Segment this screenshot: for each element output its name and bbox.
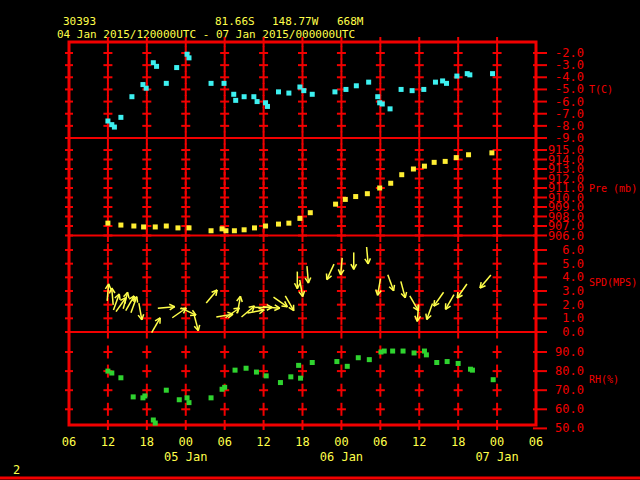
wind-arrow-segment xyxy=(119,294,120,300)
temperature-point xyxy=(276,89,281,94)
pressure-point xyxy=(422,164,427,169)
temperature-point xyxy=(343,87,348,92)
pressure-point xyxy=(141,224,146,229)
x-date-label: 05 Jan xyxy=(164,450,207,464)
wind-arrow-segment xyxy=(128,292,129,298)
relative-humidity-point xyxy=(131,394,136,399)
x-tick-label: 18 xyxy=(140,435,154,449)
data-layer xyxy=(105,52,495,426)
x-tick-label: 00 xyxy=(179,435,193,449)
x-tick-label: 06 xyxy=(217,435,231,449)
pressure-point xyxy=(308,210,313,215)
temperature-point xyxy=(164,81,169,86)
wind-arrow xyxy=(158,304,175,310)
relative-humidity-point xyxy=(345,364,350,369)
pressure-point xyxy=(242,227,247,232)
pressure-point xyxy=(164,224,169,229)
wind-arrow xyxy=(305,266,311,283)
temperature-point xyxy=(410,88,415,93)
temperature-point xyxy=(154,64,159,69)
y-axis-unit-label: T(C) xyxy=(589,84,613,95)
wind-arrow xyxy=(109,288,115,305)
relative-humidity-point xyxy=(334,359,339,364)
temperature-point xyxy=(467,72,472,77)
temperature-point xyxy=(112,125,117,130)
station-id: 30393 xyxy=(63,15,96,28)
temperature-point xyxy=(490,71,495,76)
pressure-point xyxy=(454,155,459,160)
y-axis-unit-label: RH(%) xyxy=(589,374,619,385)
relative-humidity-point xyxy=(186,400,191,405)
pressure-point xyxy=(118,223,123,228)
pressure-point xyxy=(276,222,281,227)
relative-humidity-point xyxy=(434,360,439,365)
wind-arrow xyxy=(480,275,491,288)
x-tick-label: 06 xyxy=(529,435,543,449)
pressure-point xyxy=(105,221,110,226)
temperature-point xyxy=(209,81,214,86)
y-tick-label: 906.0 xyxy=(548,229,584,243)
pressure-point xyxy=(365,191,370,196)
station-latitude: 81.66S xyxy=(215,15,255,28)
temperature-point xyxy=(186,55,191,60)
relative-humidity-point xyxy=(367,357,372,362)
relative-humidity-point xyxy=(164,388,169,393)
pressure-point xyxy=(232,228,237,233)
x-tick-label: 18 xyxy=(451,435,465,449)
pressure-point xyxy=(186,225,191,230)
relative-humidity-point xyxy=(222,385,227,390)
y-tick-label: 80.0 xyxy=(555,364,584,378)
date-range: 04 Jan 2015/120000UTC - 07 Jan 2015/0000… xyxy=(57,28,355,41)
temperature-point xyxy=(231,92,236,97)
wind-arrow xyxy=(326,264,333,279)
wind-arrow xyxy=(434,292,444,306)
station-elevation: 668M xyxy=(337,15,364,28)
wind-arrow xyxy=(445,295,454,310)
pressure-point xyxy=(131,224,136,229)
x-tick-label: 06 xyxy=(373,435,387,449)
wind-arrow xyxy=(426,304,433,320)
relative-humidity-point xyxy=(209,395,214,400)
temperature-point xyxy=(174,65,179,70)
pressure-point xyxy=(286,221,291,226)
relative-humidity-point xyxy=(390,349,395,354)
pressure-point xyxy=(175,225,180,230)
temperature-point xyxy=(265,104,270,109)
temperature-point xyxy=(286,91,291,96)
wind-arrow xyxy=(285,296,294,311)
y-tick-label: 6.0 xyxy=(562,243,584,257)
y-tick-label: 90.0 xyxy=(555,345,584,359)
pressure-point xyxy=(388,181,393,186)
pressure-point xyxy=(353,194,358,199)
relative-humidity-point xyxy=(298,376,303,381)
temperature-point xyxy=(388,106,393,111)
grid-layer xyxy=(0,37,640,478)
wind-arrow xyxy=(388,275,395,291)
x-date-label: 07 Jan xyxy=(475,450,518,464)
wind-arrow xyxy=(237,296,243,313)
relative-humidity-point xyxy=(177,397,182,402)
relative-humidity-point xyxy=(356,355,361,360)
pressure-point xyxy=(432,160,437,165)
y-axis-unit-label: SPD(MPS) xyxy=(589,277,637,288)
wind-arrow xyxy=(194,314,200,330)
x-tick-label: 12 xyxy=(256,435,270,449)
temperature-point xyxy=(144,86,149,91)
wind-arrow-segment xyxy=(137,297,138,303)
pressure-point xyxy=(263,224,268,229)
pressure-point xyxy=(443,159,448,164)
temperature-point xyxy=(454,74,459,79)
wind-arrow-segment xyxy=(434,300,435,306)
pressure-point xyxy=(297,216,302,221)
relative-humidity-point xyxy=(278,380,283,385)
y-tick-label: 1.0 xyxy=(562,311,584,325)
pressure-point xyxy=(252,225,257,230)
temperature-point xyxy=(354,83,359,88)
station-longitude: 148.77W xyxy=(272,15,319,28)
y-tick-label: 4.0 xyxy=(562,270,584,284)
relative-humidity-point xyxy=(142,393,147,398)
wind-arrow xyxy=(410,296,419,311)
page-number: 2 xyxy=(13,463,20,477)
pressure-point xyxy=(411,167,416,172)
y-tick-label: 70.0 xyxy=(555,383,584,397)
